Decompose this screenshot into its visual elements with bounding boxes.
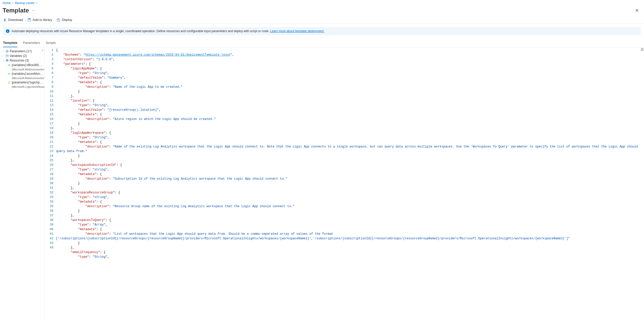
chevron-right-icon: › bbox=[3, 50, 5, 53]
download-icon bbox=[3, 18, 7, 22]
editor-gutter: 1234567891011121314151617181920212223242… bbox=[45, 47, 56, 318]
info-banner-link[interactable]: Learn more about template deployment. bbox=[270, 29, 324, 33]
scrollbar-thumb[interactable] bbox=[641, 48, 643, 51]
info-banner-text: Automate deploying resources with Azure … bbox=[12, 29, 270, 33]
page-title: Template bbox=[3, 7, 29, 14]
tree-resources[interactable]: ⌄ Resources (3) bbox=[0, 58, 44, 63]
resources-icon bbox=[6, 59, 9, 62]
connection-icon bbox=[8, 64, 11, 67]
connection-icon bbox=[8, 72, 11, 75]
variables-icon bbox=[6, 54, 9, 57]
collapse-sidebar-button[interactable]: « bbox=[42, 48, 43, 52]
toolbar: Download Add to library Deploy bbox=[0, 16, 644, 23]
chevron-right-icon: › bbox=[36, 1, 37, 5]
svg-point-11 bbox=[9, 73, 10, 75]
breadcrumb-backup-center[interactable]: Backup center bbox=[15, 1, 35, 5]
svg-point-6 bbox=[7, 51, 8, 52]
tree-resource-item[interactable]: [variables('office365ConnectionNa (Micro… bbox=[0, 63, 44, 71]
editor-code[interactable]: { "$schema": "https://schema.management.… bbox=[56, 47, 644, 318]
parameters-icon bbox=[6, 50, 9, 53]
chevron-down-icon: ⌄ bbox=[3, 59, 5, 62]
tree-resource-item[interactable]: [variables('azureMonitorLogsConn (Micros… bbox=[0, 71, 44, 80]
breadcrumb-home[interactable]: Home bbox=[3, 1, 11, 5]
svg-point-12 bbox=[9, 81, 10, 82]
svg-rect-1 bbox=[29, 18, 30, 19]
tabs: Template Parameters Scripts bbox=[0, 39, 644, 47]
deploy-button[interactable]: Deploy bbox=[57, 18, 72, 22]
logic-app-icon bbox=[8, 81, 11, 84]
breadcrumb: Home › Backup center › bbox=[0, 0, 644, 6]
info-icon: i bbox=[6, 29, 10, 33]
tab-scripts[interactable]: Scripts bbox=[46, 39, 56, 47]
sidebar: « › Parameters (17) › Variables (2) ⌄ Re… bbox=[0, 47, 45, 318]
download-button[interactable]: Download bbox=[3, 18, 23, 22]
code-editor[interactable]: 1234567891011121314151617181920212223242… bbox=[45, 47, 644, 318]
tab-template[interactable]: Template bbox=[3, 39, 17, 47]
chevron-right-icon: › bbox=[12, 1, 13, 5]
tree-parameters[interactable]: › Parameters (17) bbox=[0, 49, 44, 54]
info-banner: i Automate deploying resources with Azur… bbox=[3, 27, 641, 35]
tab-parameters[interactable]: Parameters bbox=[23, 39, 40, 47]
tree-variables[interactable]: › Variables (2) bbox=[0, 54, 44, 58]
svg-text:i: i bbox=[7, 30, 8, 33]
svg-rect-7 bbox=[6, 55, 8, 57]
save-icon bbox=[28, 18, 31, 22]
deploy-icon bbox=[57, 18, 60, 22]
close-button[interactable]: ✕ bbox=[633, 7, 641, 14]
chevron-right-icon: › bbox=[3, 55, 5, 57]
add-to-library-button[interactable]: Add to library bbox=[28, 18, 52, 22]
tree-resource-item[interactable]: [parameters('logicAppName')] (Microsoft.… bbox=[0, 80, 44, 89]
more-actions-button[interactable]: ⋯ bbox=[32, 8, 35, 13]
svg-point-8 bbox=[8, 65, 9, 66]
svg-point-10 bbox=[8, 73, 9, 75]
svg-point-9 bbox=[9, 65, 10, 66]
